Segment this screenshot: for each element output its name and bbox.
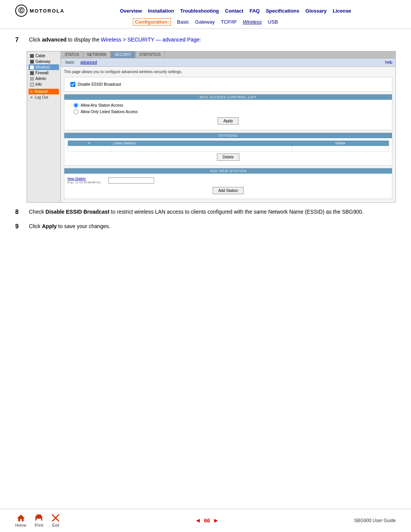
- empty-delete: [292, 146, 389, 152]
- tab-security[interactable]: SECURIT: [111, 51, 135, 58]
- sidebar-item-wireless[interactable]: Wireless: [29, 64, 59, 70]
- home-label: Home: [15, 523, 26, 527]
- logout-icon: ✕: [30, 96, 33, 99]
- mac-control-section: MAC ACCESS CONTROL LIST Allow Any Statio…: [64, 94, 392, 130]
- tab-statistics[interactable]: STATISTICS: [135, 51, 165, 58]
- main-content: 7 Click advanced to display the Wireless…: [0, 29, 411, 245]
- help-link[interactable]: help: [385, 60, 392, 64]
- stations-section: STATIONS # Listed Stations Delete: [64, 133, 392, 166]
- config-label: Configuration:: [133, 18, 171, 26]
- new-station-row: New Station (e.g., 11:22:33:aa:bb:cc): [67, 176, 389, 185]
- step-8-bold: Disable ESSID Broadcast: [46, 209, 110, 215]
- header: Ⓒ MOTOROLA Overview Installation Trouble…: [0, 0, 411, 29]
- delete-button[interactable]: Delete: [217, 153, 239, 161]
- step-9-text: Click Apply to save your changes.: [29, 223, 396, 230]
- nav-contact[interactable]: Contact: [225, 8, 243, 14]
- new-station-label-area: New Station (e.g., 11:22:33:aa:bb:cc): [67, 177, 105, 184]
- exit-label: Exit: [52, 523, 59, 527]
- sidebar-item-reboot[interactable]: ↻ Reboot!: [29, 89, 59, 94]
- sidebar-item-gateway[interactable]: Gateway: [29, 59, 59, 64]
- step-7: 7 Click advanced to display the Wireless…: [15, 37, 396, 43]
- table-row-empty: [68, 146, 389, 152]
- info-icon: i: [30, 83, 34, 86]
- exit-button[interactable]: Exit: [51, 514, 60, 527]
- top-nav: Overview Installation Troubleshooting Co…: [75, 8, 396, 14]
- sim-subtab-bar: basic advanced help: [61, 58, 395, 67]
- step-9-after: to save your changes.: [57, 223, 110, 229]
- panel-description: This page allows you to configure advanc…: [64, 70, 392, 74]
- add-station-header: ADD NEW STATION: [64, 168, 392, 174]
- essid-section: Disable ESSID Broadcast: [64, 77, 392, 92]
- next-page-button[interactable]: ►: [213, 517, 219, 524]
- allow-only-row: Allow Only Listed Stations Access: [67, 109, 389, 115]
- tab-network[interactable]: NETWORK: [83, 51, 111, 58]
- sidebar-item-cable[interactable]: Cable: [29, 53, 59, 59]
- apply-button[interactable]: Apply: [218, 117, 239, 125]
- cable-icon: [30, 54, 34, 58]
- sidebar-item-admin[interactable]: Admin: [29, 76, 59, 81]
- sidebar-item-firewall[interactable]: Firewall: [29, 70, 59, 76]
- sidebar-gateway-label: Gateway: [35, 59, 50, 64]
- empty-hash: [68, 146, 111, 152]
- sidebar-reboot-label: Reboot!: [35, 89, 48, 94]
- stations-header: STATIONS: [64, 133, 392, 138]
- new-station-input[interactable]: [108, 177, 154, 184]
- allow-any-radio[interactable]: [73, 103, 78, 108]
- sidebar-info-label: Info: [35, 82, 42, 86]
- config-basic[interactable]: Basic: [177, 19, 189, 25]
- sim-panel: STATUS NETWORK SECURIT STATISTICS basic …: [61, 51, 396, 203]
- config-tcpip[interactable]: TCP/IP: [221, 19, 237, 25]
- wireless-icon: [30, 66, 34, 69]
- empty-listed: [111, 146, 292, 152]
- sim-tab-bar: STATUS NETWORK SECURIT STATISTICS: [61, 51, 395, 58]
- tab-status[interactable]: STATUS: [61, 51, 83, 58]
- allow-only-radio[interactable]: [73, 109, 78, 114]
- admin-icon: [30, 77, 34, 81]
- print-icon: [34, 514, 44, 522]
- exit-icon: [51, 514, 60, 522]
- nav-glossary[interactable]: Glossary: [306, 8, 327, 14]
- col-hash-header: #: [68, 141, 111, 146]
- step-9-number: 9: [15, 223, 23, 230]
- step-8-after: to restrict wireless LAN access to clien…: [110, 209, 364, 215]
- step-7-colon: :: [199, 37, 201, 43]
- nav-license[interactable]: License: [333, 8, 351, 14]
- step-7-link[interactable]: Wireless > SECURITY — advanced Page: [101, 37, 199, 43]
- delete-row: Delete: [67, 152, 389, 162]
- sim-body: This page allows you to configure advanc…: [61, 67, 395, 202]
- steps-section: 8 Check Disable ESSID Broadcast to restr…: [15, 209, 396, 230]
- sidebar-item-info[interactable]: i Info: [29, 81, 59, 87]
- nav-troubleshooting[interactable]: Troubleshooting: [180, 8, 219, 14]
- motorola-logo: Ⓒ MOTOROLA: [15, 5, 65, 17]
- sidebar-item-logout[interactable]: ✕ Log Out: [29, 94, 59, 100]
- col-delete-header: Delete: [292, 141, 389, 146]
- mac-list-header: MAC ACCESS CONTROL LIST: [64, 94, 392, 100]
- print-button[interactable]: Print: [34, 514, 44, 527]
- stations-table: # Listed Stations Delete: [67, 141, 389, 152]
- new-station-label: New Station: [67, 177, 105, 181]
- firewall-icon: [30, 71, 34, 75]
- add-station-button[interactable]: Add Station: [213, 187, 244, 194]
- svg-rect-2: [37, 514, 41, 517]
- home-button[interactable]: Home: [15, 514, 26, 527]
- subtab-advanced[interactable]: advanced: [79, 60, 98, 65]
- prev-page-button[interactable]: ◄: [195, 517, 201, 524]
- disable-essid-checkbox[interactable]: [70, 82, 75, 87]
- footer-title: SBG900 User Guide: [354, 518, 396, 523]
- nav-installation[interactable]: Installation: [148, 8, 174, 14]
- nav-faq[interactable]: FAQ: [250, 8, 260, 14]
- subtab-basic[interactable]: basic: [64, 60, 76, 65]
- screenshot: Cable Gateway Wireless Firewall Admin i …: [27, 51, 396, 203]
- config-usb[interactable]: USB: [268, 19, 278, 25]
- svg-marker-0: [17, 514, 25, 521]
- nav-overview[interactable]: Overview: [120, 8, 142, 14]
- reboot-icon: ↻: [30, 90, 33, 94]
- add-station-row: Add Station: [67, 185, 389, 197]
- add-station-section: ADD NEW STATION New Station (e.g., 11:22…: [64, 168, 392, 199]
- config-gateway[interactable]: Gateway: [195, 19, 215, 25]
- nav-specifications[interactable]: Specifications: [266, 8, 299, 14]
- footer: Home Print Exit ◄ 66 ► SBG900 User Guide: [0, 509, 411, 532]
- print-label: Print: [35, 523, 43, 527]
- config-wireless[interactable]: Wireless: [243, 19, 262, 25]
- step-8-text: Check Disable ESSID Broadcast to restric…: [29, 209, 396, 216]
